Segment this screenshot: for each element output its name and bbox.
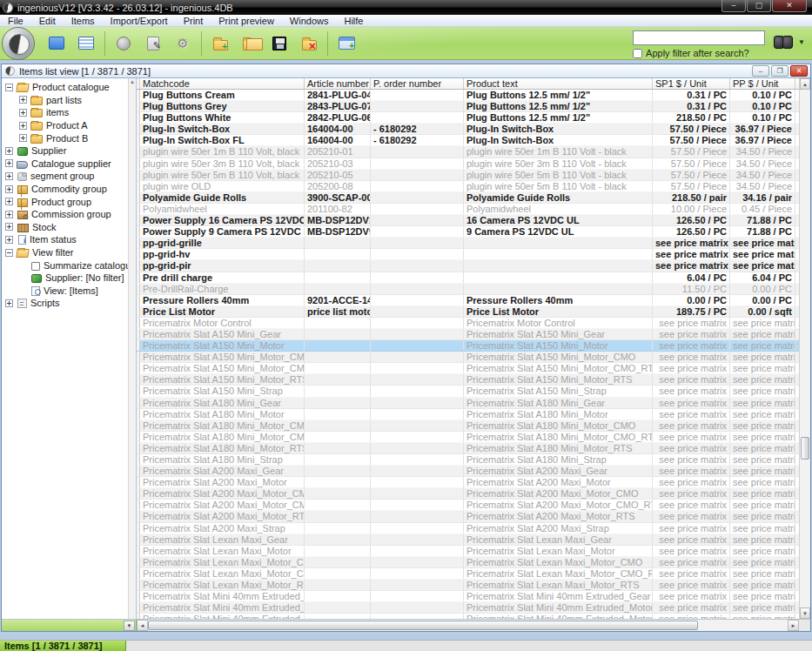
table-row[interactable]: plugin wire 50er 1m B 110 Volt, black205… <box>137 146 799 158</box>
maximize-button[interactable]: ▢ <box>747 0 771 12</box>
menu-item-edit[interactable]: Edit <box>31 15 64 27</box>
tree-item-commission-group[interactable]: Commission group <box>2 208 136 221</box>
expand-plus-icon[interactable] <box>19 134 27 142</box>
table-row[interactable]: Pricematrix Slat A150 Mini_StrapPricemat… <box>137 386 799 397</box>
tree-item-stock[interactable]: Stock <box>2 221 136 234</box>
table-row[interactable]: Price List Motorprice list motorPrice Li… <box>137 306 799 318</box>
tree-item-part-lists[interactable]: part lists <box>2 94 136 107</box>
table-row[interactable]: Plug-In Switch-Box164004-00- 6180292Plug… <box>137 124 799 135</box>
hscroll-track[interactable] <box>148 620 788 631</box>
close-button[interactable]: ✕ <box>772 0 807 12</box>
menu-item-import-export[interactable]: Import/Export <box>103 15 176 27</box>
table-row[interactable]: Pricematrix Slat A200 Maxi_Motor_CMO_RTS… <box>137 500 799 511</box>
table-row[interactable]: Pricematrix Slat Lexan Maxi_MotorPricema… <box>137 546 799 557</box>
menu-item-hilfe[interactable]: Hilfe <box>336 15 371 27</box>
table-row[interactable]: Pre drill charge6.04 / PC6.04 / PC <box>137 272 799 284</box>
items-list-titlebar[interactable]: Items list view [1 / 3871 / 3871] – ❐ ✕ <box>2 64 810 78</box>
scroll-left-arrow[interactable]: ◄ <box>137 620 148 631</box>
table-row[interactable]: Pricematrix Slat A180 Mini_Motor_CMOPric… <box>137 420 799 432</box>
tree-item-product-group[interactable]: Product group <box>2 195 136 208</box>
grid-vertical-scrollbar[interactable]: ▲ ▼ <box>799 78 810 619</box>
tree-item-view-items[interactable]: View: [Items] <box>2 285 136 298</box>
tree-item-item-status[interactable]: Item status <box>2 233 136 246</box>
table-row[interactable]: Pricematrix Slat A200 Maxi_Motor_CMOPric… <box>137 488 799 500</box>
mdi-restore-button[interactable]: ❐ <box>771 65 789 77</box>
table-row[interactable]: Pricematrix Slat Lexan Maxi_GearPricemat… <box>137 534 799 546</box>
menu-item-print[interactable]: Print <box>176 15 211 27</box>
table-row[interactable]: Pricematrix Slat A150 Mini_Motor_RTSPric… <box>137 374 799 386</box>
scroll-down-arrow[interactable]: ▼ <box>800 607 810 619</box>
collapse-minus-icon[interactable] <box>5 249 13 257</box>
table-row[interactable]: Pricematrix Slat A180 Mini_MotorPricemat… <box>137 409 799 420</box>
tree-item-catalogue-supplier[interactable]: Catalogue supplier <box>2 158 136 171</box>
table-row[interactable]: plugin wire 50er 3m B 110 Volt, black205… <box>137 158 799 170</box>
mdi-minimize-button[interactable]: – <box>752 65 769 77</box>
tree-item-product-catalogue[interactable]: Product catalogue <box>2 81 136 94</box>
tree-item-items[interactable]: items <box>2 106 136 119</box>
expand-plus-icon[interactable] <box>5 299 13 307</box>
table-row[interactable]: Pre-DrillRail-Charge11.50 / PC0.00 / PC <box>137 284 799 295</box>
settings-button[interactable]: ⚙ <box>171 32 194 55</box>
expand-plus-icon[interactable] <box>5 211 13 218</box>
table-row[interactable]: Pricematrix Slat A180 Mini_StrapPricemat… <box>137 454 799 466</box>
save-button[interactable] <box>268 32 291 55</box>
search-binoculars-button[interactable] <box>774 36 793 48</box>
apply-filter-checkbox[interactable] <box>633 49 642 58</box>
panel-view-button[interactable] <box>45 32 68 55</box>
table-row[interactable]: Pricematrix Slat Mini 40mm Extruded_Moto… <box>137 602 799 614</box>
table-row[interactable]: Pricematrix Slat A200 Maxi_StrapPricemat… <box>137 523 799 534</box>
scroll-up-arrow[interactable]: ▲ <box>800 78 810 90</box>
column-header-matchcode[interactable]: Matchcode <box>140 78 305 89</box>
table-row[interactable]: Power Supply 9 Camera PS 12VDC ULMB-DSP1… <box>137 226 799 238</box>
search-input[interactable] <box>633 30 765 45</box>
table-row[interactable]: Pricematrix Slat Mini 40mm Extruded_Gear… <box>137 591 799 602</box>
grid-horizontal-scrollbar[interactable]: ◄ ► <box>137 620 799 631</box>
table-row[interactable]: Pricematrix Motor ControlPricematrix Mot… <box>137 318 799 329</box>
coin-button[interactable] <box>112 32 135 55</box>
expand-plus-icon[interactable] <box>19 122 27 130</box>
expand-plus-icon[interactable] <box>19 109 27 117</box>
scroll-right-arrow[interactable]: ► <box>788 620 799 631</box>
table-view-button[interactable] <box>75 32 97 55</box>
table-row[interactable]: Pricematrix Slat A180 Mini_Motor_CMO_RTS… <box>137 432 799 443</box>
edit-item-button[interactable] <box>142 32 164 55</box>
app-logo-button[interactable] <box>2 27 35 60</box>
table-row[interactable]: Pricematrix Slat A150 Mini_Motor_CMO_RTS… <box>137 363 799 374</box>
mdi-close-button[interactable]: ✕ <box>790 65 808 77</box>
column-header-pp-unit[interactable]: PP $ / Unit <box>730 78 795 89</box>
column-header-p-order-number[interactable]: P. order number <box>371 78 464 89</box>
table-row[interactable]: Plug-In Switch-Box FL164004-00- 6180292P… <box>137 135 799 146</box>
open-items-button[interactable] <box>238 32 261 55</box>
expand-plus-icon[interactable] <box>5 236 13 244</box>
table-row[interactable]: plugin wire OLD205200-08plugin wire 50er… <box>137 181 799 192</box>
menu-item-windows[interactable]: Windows <box>282 15 337 27</box>
column-header-product-text[interactable]: Product text <box>464 78 653 89</box>
table-row[interactable]: Power Supply 16 Camera PS 12VDC ULMB-DSP… <box>137 215 799 226</box>
menu-item-items[interactable]: Items <box>64 15 103 27</box>
vscroll-thumb[interactable] <box>801 437 809 460</box>
table-row[interactable]: Pricematrix Slat A200 Maxi_GearPricematr… <box>137 466 799 477</box>
table-row[interactable]: plugin wire 50er 5m B 110 Volt, black205… <box>137 170 799 181</box>
expand-plus-icon[interactable] <box>5 185 13 193</box>
table-row[interactable]: Pricematrix Slat Lexan Maxi_Motor_CMOPri… <box>137 557 799 568</box>
table-row[interactable]: Pressure Rollers 40mm9201-ACCE-14-PLPres… <box>137 295 799 306</box>
table-row[interactable]: Pricematrix Slat A200 Maxi_MotorPricemat… <box>137 477 799 488</box>
table-row[interactable]: Polyamidwheel201100-82Polyamidwheel10.00… <box>137 204 799 215</box>
expand-plus-icon[interactable] <box>19 96 27 104</box>
tree-item-segment-group[interactable]: segment group <box>2 170 136 183</box>
table-row[interactable]: Pricematrix Slat A200 Maxi_Motor_RTSPric… <box>137 511 799 522</box>
tree-item-summarize-catalogue[interactable]: Summarize catalogue <box>2 258 136 272</box>
tree-item-scripts[interactable]: Scripts <box>2 297 136 310</box>
table-row[interactable]: Pricematrix Slat A150 Mini_GearPricematr… <box>137 329 799 340</box>
collapse-minus-icon[interactable] <box>5 84 13 91</box>
new-item-button[interactable]: + <box>209 32 232 55</box>
new-window-button[interactable]: + <box>335 32 358 55</box>
table-row[interactable]: Plug Buttons White2842-PLUG-06-PLPlug Bu… <box>137 112 799 124</box>
tree-item-view-filter[interactable]: View filter <box>2 246 136 259</box>
tree-scrollbar[interactable]: ▲ <box>128 78 136 619</box>
table-row[interactable]: pp-grid-grillesee price matrixsee price … <box>137 238 799 249</box>
expand-plus-icon[interactable] <box>5 159 13 167</box>
hscroll-thumb[interactable] <box>148 621 698 630</box>
delete-item-button[interactable]: ✕ <box>298 32 320 55</box>
table-row[interactable]: Pricematrix Slat A150 Mini_Motor_CMOPric… <box>137 352 799 363</box>
